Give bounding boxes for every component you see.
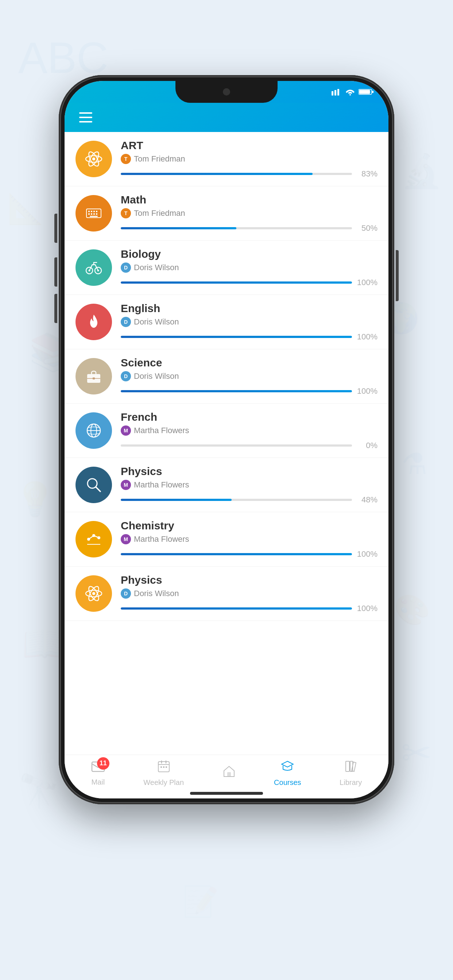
nav-icon-library: [344, 760, 357, 776]
course-icon-physics2: [75, 575, 112, 612]
svg-rect-33: [90, 216, 98, 217]
progress-bar-bg-chemistry: [121, 553, 352, 555]
course-info-physics1: Physics M Martha Flowers 48%: [121, 465, 378, 504]
progress-row-english: 100%: [121, 332, 378, 342]
progress-row-chemistry: 100%: [121, 549, 378, 559]
course-info-english: English D Doris Wilson 100%: [121, 302, 378, 342]
svg-text:🔭: 🔭: [18, 772, 59, 810]
course-item-science[interactable]: Science D Doris Wilson 100%: [65, 349, 388, 404]
progress-row-french: 0%: [121, 441, 378, 450]
course-item-art[interactable]: ART T Tom Friedman 83%: [65, 132, 388, 186]
course-name-french: French: [121, 411, 378, 423]
svg-rect-63: [166, 766, 167, 768]
progress-row-physics1: 48%: [121, 495, 378, 504]
nav-item-weekly-plan[interactable]: Weekly Plan: [144, 760, 184, 787]
course-item-french[interactable]: French M Martha Flowers 0%: [65, 404, 388, 458]
phone-notch: [175, 81, 278, 103]
svg-rect-30: [91, 213, 92, 215]
course-teacher-physics1: M Martha Flowers: [121, 480, 378, 490]
progress-bar-bg-math: [121, 227, 352, 229]
nav-item-library[interactable]: Library: [340, 760, 362, 787]
svg-point-23: [92, 158, 95, 161]
courses-list[interactable]: ART T Tom Friedman 83% Math: [65, 132, 388, 755]
progress-bar-fill-science: [121, 390, 352, 392]
progress-bar-fill-physics2: [121, 608, 352, 609]
svg-rect-32: [96, 213, 97, 215]
svg-rect-64: [227, 772, 231, 776]
progress-pct-chemistry: 100%: [356, 549, 378, 559]
course-name-physics2: Physics: [121, 574, 378, 586]
course-name-chemistry: Chemistry: [121, 520, 378, 532]
progress-bar-bg-english: [121, 336, 352, 338]
progress-pct-english: 100%: [356, 332, 378, 342]
course-item-chemistry[interactable]: Chemistry M Martha Flowers 100%: [65, 512, 388, 566]
svg-line-45: [96, 487, 100, 492]
course-icon-french: [75, 412, 112, 449]
nav-icon-home: [222, 765, 236, 781]
hamburger-menu[interactable]: [79, 112, 92, 123]
progress-pct-art: 83%: [356, 169, 378, 179]
progress-pct-physics2: 100%: [356, 604, 378, 613]
progress-bar-fill-art: [121, 173, 313, 175]
progress-pct-french: 0%: [356, 441, 378, 450]
front-camera: [223, 88, 230, 95]
progress-row-science: 100%: [121, 387, 378, 396]
course-item-english[interactable]: English D Doris Wilson 100%: [65, 295, 388, 349]
course-icon-science: [75, 358, 112, 395]
progress-bar-bg-art: [121, 173, 352, 175]
progress-bar-fill-chemistry: [121, 553, 352, 555]
nav-label-library: Library: [340, 778, 362, 787]
progress-pct-science: 100%: [356, 387, 378, 396]
course-name-science: Science: [121, 356, 378, 369]
status-icons: [332, 88, 374, 95]
progress-bar-bg-physics1: [121, 499, 352, 501]
nav-badge-mail: 11: [97, 757, 109, 770]
nav-item-mail[interactable]: 11 Mail: [91, 760, 105, 786]
course-teacher-biology: D Doris Wilson: [121, 262, 378, 273]
phone-screen: ART T Tom Friedman 83% Math: [65, 81, 388, 799]
course-icon-chemistry: [75, 521, 112, 557]
svg-line-49: [89, 536, 94, 539]
home-indicator: [190, 792, 263, 795]
svg-text:🎨: 🎨: [394, 592, 431, 627]
course-item-biology[interactable]: Biology D Doris Wilson 100%: [65, 240, 388, 295]
phone-frame: ART T Tom Friedman 83% Math: [59, 75, 394, 804]
app-header: [65, 103, 388, 132]
course-name-math: Math: [121, 194, 378, 206]
svg-point-16: [349, 94, 351, 95]
progress-row-physics2: 100%: [121, 604, 378, 613]
progress-pct-math: 50%: [356, 223, 378, 233]
progress-bar-fill-math: [121, 227, 236, 229]
course-info-art: ART T Tom Friedman 83%: [121, 139, 378, 179]
svg-rect-14: [335, 90, 336, 95]
course-info-science: Science D Doris Wilson 100%: [121, 356, 378, 396]
course-teacher-math: T Tom Friedman: [121, 208, 378, 218]
svg-text:ABC: ABC: [18, 33, 108, 82]
nav-item-courses[interactable]: Courses: [274, 760, 301, 787]
svg-rect-40: [93, 377, 95, 380]
course-teacher-science: D Doris Wilson: [121, 371, 378, 381]
nav-item-home[interactable]: [222, 765, 236, 781]
svg-text:🔬: 🔬: [401, 152, 442, 191]
course-name-physics1: Physics: [121, 465, 378, 477]
progress-row-art: 83%: [121, 169, 378, 179]
nav-label-courses: Courses: [274, 778, 301, 787]
course-item-math[interactable]: Math T Tom Friedman 50%: [65, 186, 388, 240]
course-item-physics2[interactable]: Physics D Doris Wilson 100%: [65, 566, 388, 621]
course-icon-biology: [75, 250, 112, 286]
nav-label-weekly-plan: Weekly Plan: [144, 778, 184, 787]
progress-bar-bg-science: [121, 390, 352, 392]
course-icon-english: [75, 304, 112, 340]
course-item-physics1[interactable]: Physics M Martha Flowers 48%: [65, 458, 388, 512]
course-teacher-chemistry: M Martha Flowers: [121, 534, 378, 544]
svg-point-36: [89, 270, 91, 272]
progress-pct-biology: 100%: [356, 278, 378, 287]
progress-bar-bg-physics2: [121, 608, 352, 609]
svg-text:📝: 📝: [182, 884, 219, 919]
course-icon-math: [75, 195, 112, 232]
svg-rect-31: [93, 213, 95, 215]
svg-rect-28: [96, 211, 97, 212]
svg-rect-61: [161, 766, 162, 768]
course-info-biology: Biology D Doris Wilson 100%: [121, 248, 378, 287]
course-info-chemistry: Chemistry M Martha Flowers 100%: [121, 520, 378, 559]
